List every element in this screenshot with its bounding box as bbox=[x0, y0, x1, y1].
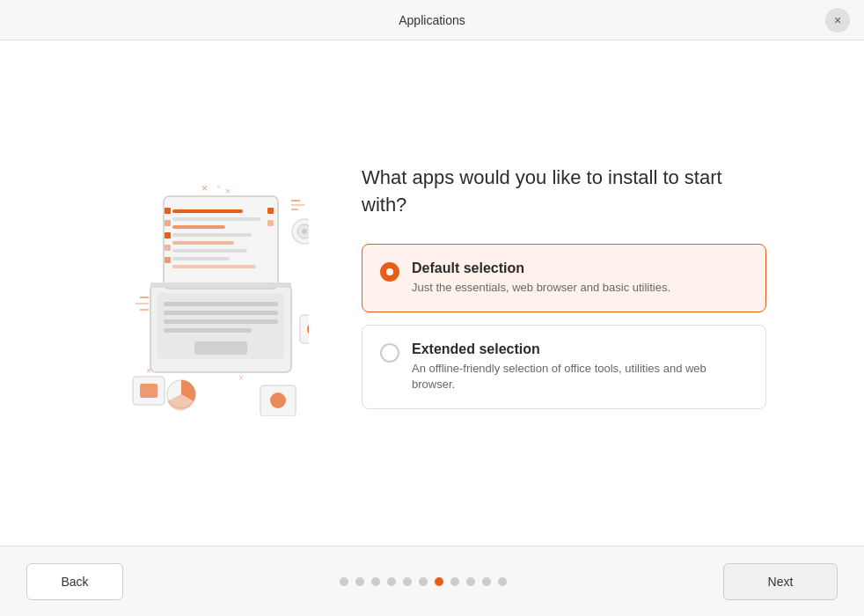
svg-rect-11 bbox=[172, 225, 225, 229]
svg-rect-12 bbox=[172, 233, 252, 237]
svg-text:×: × bbox=[238, 373, 244, 383]
dot-11 bbox=[498, 577, 507, 586]
svg-rect-18 bbox=[165, 220, 171, 226]
svg-rect-3 bbox=[164, 311, 278, 315]
dot-4 bbox=[387, 577, 396, 586]
svg-rect-4 bbox=[164, 319, 278, 324]
svg-point-26 bbox=[302, 229, 307, 234]
option-default-desc: Just the essentials, web browser and bas… bbox=[412, 280, 748, 296]
option-default[interactable]: Default selection Just the essentials, w… bbox=[362, 244, 766, 312]
back-button[interactable]: Back bbox=[26, 563, 123, 600]
svg-rect-5 bbox=[164, 328, 252, 333]
question-text: What apps would you like to install to s… bbox=[362, 165, 766, 219]
svg-rect-9 bbox=[172, 209, 243, 213]
next-button[interactable]: Next bbox=[723, 563, 838, 600]
main-content: ● × × × bbox=[0, 40, 864, 546]
svg-rect-16 bbox=[172, 265, 256, 268]
option-extended-title: Extended selection bbox=[412, 341, 748, 357]
dot-6 bbox=[419, 577, 428, 586]
svg-point-31 bbox=[270, 392, 286, 408]
dot-7 bbox=[435, 577, 443, 586]
svg-rect-14 bbox=[172, 249, 247, 253]
dot-9 bbox=[466, 577, 475, 586]
svg-rect-19 bbox=[165, 232, 171, 238]
svg-rect-8 bbox=[150, 282, 291, 288]
dot-3 bbox=[371, 577, 380, 586]
option-extended[interactable]: Extended selection An offline-friendly s… bbox=[362, 325, 766, 409]
progress-dots bbox=[340, 577, 507, 586]
dot-1 bbox=[340, 577, 348, 586]
titlebar: Applications × bbox=[0, 0, 864, 40]
footer: Back Next bbox=[0, 546, 864, 616]
svg-rect-2 bbox=[164, 302, 278, 306]
svg-text:×: × bbox=[146, 366, 151, 376]
svg-rect-22 bbox=[267, 208, 274, 214]
radio-default bbox=[380, 262, 399, 282]
svg-rect-17 bbox=[165, 208, 171, 214]
svg-rect-36 bbox=[140, 384, 157, 398]
illustration: ● × × × bbox=[98, 170, 309, 416]
dot-5 bbox=[403, 577, 412, 586]
svg-text:×: × bbox=[225, 187, 231, 196]
option-default-title: Default selection bbox=[412, 260, 748, 276]
svg-rect-10 bbox=[172, 217, 260, 221]
application-window: Applications × bbox=[0, 0, 864, 616]
svg-rect-21 bbox=[165, 257, 171, 263]
radio-default-inner bbox=[386, 268, 393, 275]
svg-rect-6 bbox=[194, 341, 247, 355]
dot-8 bbox=[450, 577, 459, 586]
dot-2 bbox=[355, 577, 364, 586]
window-title: Applications bbox=[399, 13, 465, 27]
svg-rect-15 bbox=[172, 257, 230, 260]
dot-10 bbox=[482, 577, 491, 586]
svg-text:×: × bbox=[216, 183, 221, 191]
svg-rect-23 bbox=[267, 220, 274, 226]
right-panel: What apps would you like to install to s… bbox=[362, 165, 766, 422]
close-button[interactable]: × bbox=[825, 8, 850, 33]
svg-text:×: × bbox=[201, 182, 208, 194]
svg-rect-20 bbox=[165, 245, 171, 251]
option-extended-desc: An offline-friendly selection of office … bbox=[412, 361, 748, 392]
svg-rect-13 bbox=[172, 241, 234, 245]
option-default-text: Default selection Just the essentials, w… bbox=[412, 260, 748, 296]
radio-extended bbox=[380, 343, 399, 363]
option-extended-text: Extended selection An offline-friendly s… bbox=[412, 341, 748, 392]
